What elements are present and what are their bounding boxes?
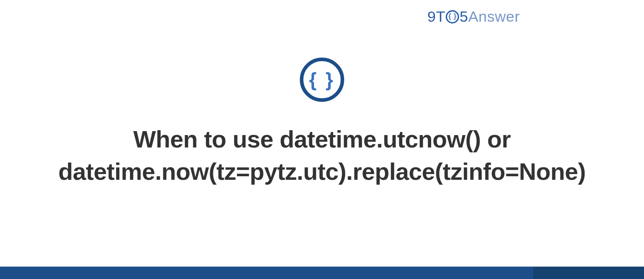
logo-part-5: 5 [459, 8, 468, 25]
logo-part-9t: 9T [428, 8, 446, 25]
braces-icon-small: { } [446, 10, 459, 23]
braces-icon: { } [300, 58, 344, 102]
title-block: When to use datetime.utcnow() or datetim… [0, 123, 644, 188]
center-icon-container: { } [300, 58, 344, 102]
logo-part-answer: Answer [468, 8, 520, 25]
logo-text: 9T { } 5 Answer [428, 8, 520, 25]
question-title: When to use datetime.utcnow() or datetim… [0, 123, 644, 188]
page-container: 9T { } 5 Answer { } When to use datetime… [0, 0, 644, 279]
footer-bar [0, 267, 644, 279]
site-logo: 9T { } 5 Answer [428, 8, 520, 25]
